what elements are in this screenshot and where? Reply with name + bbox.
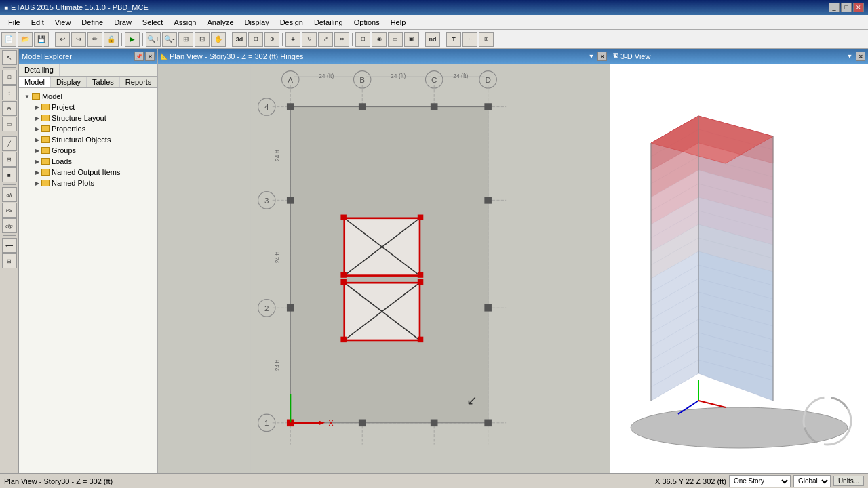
folder-icon: [41, 147, 50, 154]
explorer-pin-button[interactable]: 📌: [134, 52, 144, 61]
draw-solid-tool[interactable]: ■: [2, 167, 17, 182]
frame-tool[interactable]: ▭: [2, 117, 17, 131]
svg-rect-53: [340, 215, 346, 220]
redo-button[interactable]: ↪: [71, 32, 86, 47]
folder-icon: [41, 115, 50, 121]
frame-btn[interactable]: ▭: [388, 32, 403, 47]
3d-btn[interactable]: 3d: [232, 32, 247, 47]
tree-properties[interactable]: ▶ Properties: [33, 123, 155, 134]
node-tool[interactable]: ⊕: [2, 101, 17, 116]
grid-btn[interactable]: ⊞: [479, 32, 494, 47]
stretch-tool[interactable]: ↕: [2, 85, 17, 100]
tab-reports[interactable]: Reports: [120, 77, 158, 87]
set-select-btn[interactable]: ◈: [285, 32, 300, 47]
tab-display[interactable]: Display: [51, 77, 87, 87]
view-3d-title: 3-D View: [620, 52, 650, 60]
ps-tool[interactable]: PS: [2, 203, 17, 218]
tab-detailing[interactable]: Detailing: [19, 64, 60, 76]
tree-item-label: Structure Layout: [52, 114, 106, 122]
expand-icon: ▶: [35, 137, 39, 143]
measure-tool[interactable]: ⟵: [2, 238, 17, 253]
plan-canvas[interactable]: ETABS: [158, 64, 610, 473]
svg-text:24 (ft): 24 (ft): [453, 73, 468, 79]
menu-draw[interactable]: Draw: [108, 17, 137, 28]
text-btn[interactable]: T: [446, 32, 461, 47]
view-3d-arrow[interactable]: ▼: [845, 52, 854, 61]
tree-named-output[interactable]: ▶ Named Output Items: [33, 167, 155, 178]
draw-frame-tool[interactable]: ╱: [2, 136, 17, 151]
view-3d-canvas[interactable]: [610, 64, 868, 473]
menu-display[interactable]: Display: [239, 17, 275, 28]
open-button[interactable]: 📂: [18, 32, 33, 47]
toolbar-sep-6: [352, 33, 353, 46]
undo-button[interactable]: ↩: [55, 32, 70, 47]
rubber-band-tool[interactable]: ⊡: [2, 70, 17, 85]
tree-structural-objects[interactable]: ▶ Structural Objects: [33, 134, 155, 145]
coord-select[interactable]: Global Local: [793, 475, 831, 487]
close-button[interactable]: ✕: [853, 3, 864, 12]
tree-named-plots[interactable]: ▶ Named Plots: [33, 178, 155, 188]
window-controls: _ □ ✕: [829, 3, 864, 12]
svg-rect-38: [484, 103, 492, 110]
tree-project[interactable]: ▶ Project: [33, 102, 155, 113]
zoom-in-button[interactable]: 🔍+: [146, 32, 161, 47]
svg-text:D: D: [485, 75, 490, 84]
story-select[interactable]: One Story All Stories Similar Stories: [729, 475, 791, 487]
mirror-btn[interactable]: ⇔: [334, 32, 349, 47]
new-button[interactable]: 📄: [1, 32, 16, 47]
minimize-button[interactable]: _: [829, 3, 840, 12]
lock-button[interactable]: 🔒: [104, 32, 119, 47]
save-button[interactable]: 💾: [34, 32, 49, 47]
svg-rect-40: [484, 197, 492, 204]
shell-btn[interactable]: ▣: [404, 32, 419, 47]
menu-view[interactable]: View: [50, 17, 77, 28]
menu-select[interactable]: Select: [137, 17, 169, 28]
draw-button[interactable]: ✏: [87, 32, 102, 47]
main-layout: ↖ ⊡ ↕ ⊕ ▭ ╱ ⊞ ■ all PS clip ⟵ ⊞ Model Ex…: [0, 49, 868, 473]
section-btn[interactable]: ⊞: [355, 32, 370, 47]
plan-view-arrow[interactable]: ▼: [587, 52, 596, 61]
svg-rect-46: [484, 420, 492, 427]
select-all-tool[interactable]: all: [2, 187, 17, 202]
tree-root[interactable]: ▼ Model: [22, 91, 155, 102]
maximize-button[interactable]: □: [841, 3, 852, 12]
run-button[interactable]: ▶: [125, 32, 140, 47]
zoom-area-button[interactable]: ⊡: [195, 32, 210, 47]
tree-loads[interactable]: ▶ Loads: [33, 156, 155, 167]
pan-button[interactable]: ✋: [211, 32, 226, 47]
rotate-btn[interactable]: ↻: [302, 32, 317, 47]
properties-btn[interactable]: ⊕: [264, 32, 279, 47]
explorer-close-button[interactable]: ✕: [145, 52, 155, 61]
plan-btn[interactable]: ⊟: [248, 32, 263, 47]
dim-btn[interactable]: ↔: [462, 32, 477, 47]
menu-assign[interactable]: Assign: [168, 17, 201, 28]
move-btn[interactable]: ⤢: [318, 32, 333, 47]
zoom-out-button[interactable]: 🔍-: [162, 32, 177, 47]
menu-design[interactable]: Design: [275, 17, 309, 28]
view-3d-left-controls: 🏗 3-D View: [613, 52, 650, 60]
pointer-tool[interactable]: ↖: [2, 50, 17, 65]
grid-edit-tool[interactable]: ⊞: [2, 253, 17, 268]
tab-tables[interactable]: Tables: [87, 77, 120, 87]
view-3d-close-button[interactable]: ✕: [856, 52, 865, 61]
menu-file[interactable]: File: [3, 17, 26, 28]
menu-define[interactable]: Define: [76, 17, 108, 28]
draw-area-tool[interactable]: ⊞: [2, 152, 17, 167]
tab-model[interactable]: Model: [19, 77, 51, 87]
assign-menu-btn[interactable]: nd: [425, 32, 440, 47]
menu-help[interactable]: Help: [385, 17, 412, 28]
zoom-fit-button[interactable]: ⊞: [178, 32, 193, 47]
menu-detailing[interactable]: Detailing: [309, 17, 349, 28]
tree-structure-layout[interactable]: ▶ Structure Layout: [33, 113, 155, 123]
plan-view-title: Plan View - Story30 - Z = 302 (ft) Hinge…: [170, 52, 304, 60]
menu-edit[interactable]: Edit: [26, 17, 50, 28]
menu-analyze[interactable]: Analyze: [201, 17, 239, 28]
tree-item-label: Properties: [52, 125, 85, 133]
tree-groups[interactable]: ▶ Groups: [33, 145, 155, 156]
svg-rect-44: [359, 420, 366, 427]
clip-tool[interactable]: clip: [2, 218, 17, 233]
menu-options[interactable]: Options: [349, 17, 385, 28]
joint-btn[interactable]: ◉: [372, 32, 387, 47]
units-button[interactable]: Units...: [833, 476, 864, 486]
plan-view-close-button[interactable]: ✕: [597, 52, 607, 61]
